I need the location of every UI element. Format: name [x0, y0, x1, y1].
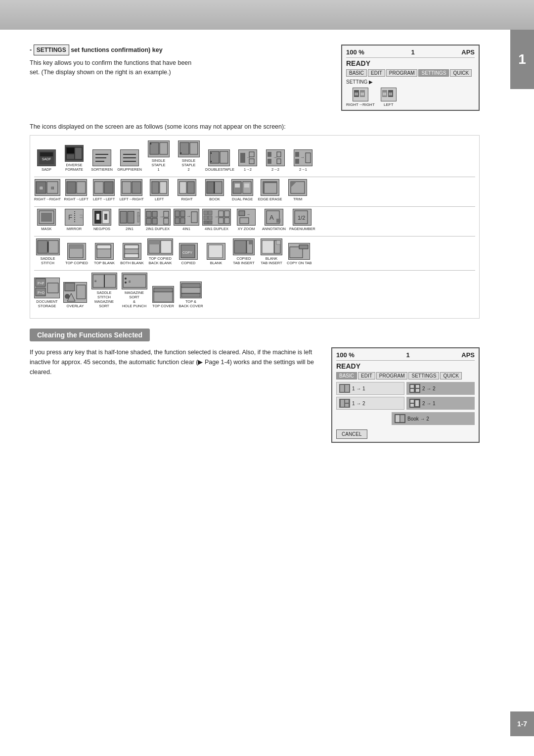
svg-point-152 — [125, 278, 127, 280]
saddle-stitch-magazine-icon: ≡ — [91, 273, 117, 289]
icon-overlay: OVERLAY — [63, 282, 88, 308]
2to2-label: 2→2 — [271, 167, 279, 172]
svg-rect-99 — [208, 216, 212, 220]
lcd2-percent: 100 % — [336, 351, 355, 359]
svg-rect-89 — [164, 218, 169, 224]
left-left-icon — [93, 179, 115, 196]
svg-rect-77 — [96, 214, 99, 220]
lcd-icon-1-label: RIGHT→RIGHT — [346, 102, 375, 107]
icon-row-3: MASK FF MIRROR NEG/POS → 2IN1 — [34, 209, 475, 231]
lcd2-tab-program[interactable]: PROGRAM — [376, 372, 408, 379]
sadf-label: SADF — [42, 167, 51, 172]
svg-text:→: → — [159, 214, 164, 219]
svg-rect-158 — [181, 284, 200, 287]
edge-erase-icon — [261, 179, 279, 196]
lcd2-label-1to2: 1 → 2 — [352, 401, 365, 406]
cancel-button[interactable]: CANCEL — [336, 429, 367, 439]
svg-rect-167 — [345, 400, 349, 403]
2in1-label: 2IN1 — [126, 227, 134, 231]
lcd-icon-2-label: LEFT — [384, 102, 394, 107]
mask-label: MASK — [41, 227, 51, 231]
lcd2-tab-quick[interactable]: QUICK — [440, 372, 462, 379]
svg-rect-79 — [120, 211, 127, 223]
svg-rect-59 — [215, 182, 222, 193]
lcd-tab-basic[interactable]: BASIC — [346, 69, 367, 77]
lcd2-tray: 1 — [406, 351, 409, 359]
lcd2-label-book: Book → 2 — [407, 416, 429, 422]
2to2-icon: → — [266, 149, 285, 166]
svg-rect-58 — [207, 182, 214, 193]
svg-rect-133 — [249, 240, 253, 244]
overlay-icon — [63, 282, 87, 303]
lcd-tab-edit[interactable]: EDIT — [368, 69, 385, 77]
4in1-icon: → — [174, 209, 199, 226]
svg-text:→: → — [186, 214, 191, 219]
svg-rect-25 — [190, 142, 198, 154]
svg-rect-38 — [277, 152, 281, 157]
icon-magazine-sort-hole-punch: ≡ MAGAZINE SORT&HOLE PUNCH — [121, 273, 148, 308]
sep-3 — [34, 236, 475, 236]
neg-pos-label: NEG/POS — [93, 227, 110, 231]
right-left-label: RIGHT→LEFT — [64, 197, 89, 201]
svg-rect-124 — [125, 254, 138, 258]
svg-text:→: → — [300, 155, 305, 160]
lcd-icon-1: ▤ ▤ — [353, 88, 368, 101]
svg-rect-50 — [94, 182, 103, 193]
clearing-title: Clearing the Functions Selected — [30, 329, 150, 341]
top-copied-label: TOP COPIED — [65, 261, 88, 265]
saddle-stitch-icon — [36, 238, 60, 255]
lcd2-item-2to2: 2 → 2 — [406, 382, 475, 395]
left-right-label: LEFT→RIGHT — [120, 197, 144, 201]
svg-rect-39 — [277, 159, 281, 164]
lcd-tray: 1 — [411, 48, 414, 56]
svg-rect-100 — [204, 221, 208, 224]
svg-rect-112 — [276, 219, 280, 223]
lcd-display-1: 100 % 1 APS READY BASIC EDIT PROGRAM SET… — [341, 45, 480, 111]
icon-4in1: → 4IN1 — [174, 209, 199, 231]
copied-icon: COPY — [179, 243, 198, 260]
icon-edge-erase: EDGE ERASE — [258, 179, 282, 201]
svg-rect-13 — [67, 154, 74, 159]
lcd-icon-right-right: ▤ ▤ RIGHT→RIGHT — [346, 88, 375, 107]
icon-blank-tab-insert: BLANKTAB INSERT — [259, 238, 284, 265]
icon-2to1: → 2→1 — [291, 149, 315, 172]
lcd-ready: READY — [346, 59, 475, 67]
single-staple-1-label: SINGLE STAPLE1 — [145, 158, 172, 172]
lcd2-tab-edit[interactable]: EDIT — [358, 372, 375, 379]
pagenumber-icon: 1/2 — [293, 209, 312, 226]
1to2-label: 1→2 — [244, 167, 252, 172]
svg-rect-51 — [104, 182, 113, 193]
svg-text:≡: ≡ — [129, 280, 131, 284]
svg-rect-92 — [175, 218, 179, 224]
left-label: LEFT — [155, 197, 164, 201]
svg-rect-104 — [224, 211, 229, 217]
mirror-label: MIRROR — [67, 227, 82, 231]
svg-rect-127 — [161, 240, 172, 253]
sadf-icon: SADF — [37, 149, 56, 166]
lcd2-icon-book — [395, 414, 405, 423]
lcd2-cancel-row: CANCEL — [336, 427, 475, 439]
svg-rect-97 — [208, 211, 212, 215]
doublestaple-label: DOUBLESTAPLE — [205, 167, 232, 172]
single-staple-2-label: SINGLE STAPLE2 — [175, 158, 202, 172]
svg-rect-98 — [204, 216, 208, 220]
2in1-duplex-label: 2IN1 DUPLEX — [146, 227, 170, 231]
lcd2-tab-basic[interactable]: BASIC — [336, 372, 357, 379]
icon-right-left: RIGHT→LEFT — [64, 179, 89, 201]
lcd2-tab-settings[interactable]: SETTINGS — [408, 372, 439, 379]
svg-rect-105 — [219, 218, 223, 224]
svg-rect-166 — [341, 400, 344, 407]
both-blank-label: BOTH BLANK — [120, 261, 144, 265]
svg-rect-130 — [209, 245, 222, 258]
lcd-tab-quick[interactable]: QUICK — [450, 69, 472, 77]
top-cover-label: TOP COVER — [152, 304, 174, 308]
lcd-tab-program[interactable]: PROGRAM — [386, 69, 418, 77]
lcd-tab-settings[interactable]: SETTINGS — [418, 69, 449, 77]
svg-rect-80 — [128, 211, 134, 223]
icon-mask: MASK — [34, 209, 59, 231]
pagenumber-label: PAGENUMBER — [289, 227, 315, 231]
2in1-icon: → — [119, 209, 140, 226]
svg-rect-53 — [132, 182, 141, 193]
settings-text: - SETTINGS set functions confirmation) k… — [30, 45, 326, 111]
svg-rect-168 — [345, 404, 349, 407]
